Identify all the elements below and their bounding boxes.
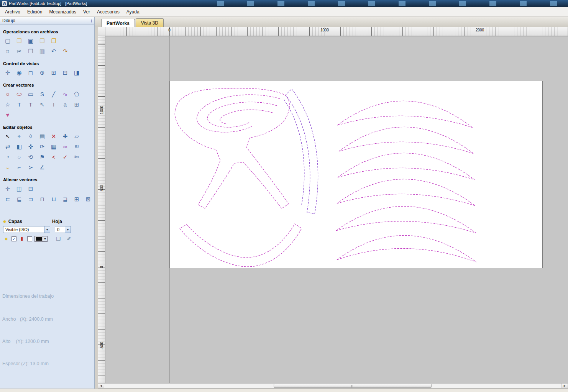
vector-crescent-2[interactable] bbox=[339, 127, 474, 154]
toggle-view-icon[interactable]: ◨ bbox=[72, 68, 82, 77]
chain-join-icon[interactable]: ∞ bbox=[60, 142, 70, 151]
fit-curves-icon[interactable]: ✓ bbox=[60, 152, 70, 161]
chevron-down-icon[interactable]: ▾ bbox=[65, 226, 71, 233]
move-objects-icon[interactable]: ✜ bbox=[26, 142, 36, 151]
scrollbar-track[interactable] bbox=[104, 384, 561, 388]
scroll-left-arrow-icon[interactable]: ◀ bbox=[98, 384, 104, 388]
layer-lock-icon[interactable]: ▮ bbox=[19, 236, 25, 242]
zoom-window-icon[interactable]: ◻ bbox=[26, 68, 36, 77]
vector-crescent-5[interactable] bbox=[336, 206, 476, 233]
new-file-icon[interactable]: ▢ bbox=[3, 36, 13, 45]
space-vertical-icon[interactable]: ⊠ bbox=[83, 194, 93, 203]
zoom-selection-icon[interactable]: ⊞ bbox=[49, 68, 59, 77]
zoom-scale-icon[interactable]: ⊟ bbox=[60, 68, 70, 77]
center-vertically-icon[interactable]: ⊟ bbox=[26, 184, 36, 193]
vector-arc-band[interactable] bbox=[286, 89, 318, 214]
menu-archivo[interactable]: Archivo bbox=[2, 7, 24, 16]
layer-secondary-checkbox[interactable] bbox=[27, 236, 32, 241]
node-editing-icon[interactable]: ⌖ bbox=[14, 131, 24, 141]
layer-visibility-bulb-icon[interactable]: ● bbox=[3, 236, 9, 242]
draw-star-icon[interactable]: ☆ bbox=[3, 100, 13, 109]
arc-segment-icon[interactable]: ⌐ bbox=[14, 162, 24, 172]
move-selection-icon[interactable]: ✚ bbox=[60, 131, 70, 141]
measure-icon[interactable]: ▤ bbox=[37, 131, 47, 141]
select-vectors-icon[interactable]: ↖ bbox=[3, 131, 13, 141]
layer-active-checkbox[interactable]: ✓ bbox=[11, 236, 16, 241]
job-setup-icon[interactable]: ⌗ bbox=[3, 46, 13, 56]
vector-crescent-1[interactable] bbox=[337, 101, 473, 128]
distort-icon[interactable]: ▱ bbox=[72, 131, 82, 141]
text-on-curve-icon[interactable]: a bbox=[60, 100, 70, 109]
array-copy-icon[interactable]: ⊞ bbox=[72, 100, 82, 109]
transform-mode-icon[interactable]: ◊ bbox=[26, 131, 36, 141]
misc-shape-tool-icon[interactable]: ♥ bbox=[3, 110, 13, 119]
draw-rectangle-icon[interactable]: ▭ bbox=[26, 89, 36, 98]
align-right-icon[interactable]: ⊐ bbox=[26, 194, 36, 203]
layer-properties-icon[interactable]: ❒ bbox=[55, 236, 61, 242]
center-in-material-icon[interactable]: ✛ bbox=[3, 184, 13, 193]
nesting-icon[interactable]: ≋ bbox=[72, 142, 82, 151]
paste-icon[interactable]: ▥ bbox=[37, 46, 47, 56]
vector-crescent-4[interactable] bbox=[337, 179, 475, 206]
text-spacing-icon[interactable]: I bbox=[49, 100, 59, 109]
rotate-copy-icon[interactable]: ⟲ bbox=[26, 152, 36, 161]
layers-bulb-icon[interactable]: ● bbox=[3, 218, 6, 224]
pin-icon[interactable]: ⊤ bbox=[88, 19, 93, 23]
scroll-right-arrow-icon[interactable]: ▶ bbox=[561, 384, 568, 388]
align-middle-icon[interactable]: ⊔ bbox=[49, 194, 59, 203]
menu-mecanizados[interactable]: Mecanizados bbox=[46, 7, 80, 16]
lasso-icon[interactable]: ◌ bbox=[14, 152, 24, 161]
layer-select[interactable]: Visible (ISO) ▾ bbox=[3, 226, 50, 233]
draw-line-icon[interactable]: ╱ bbox=[49, 89, 59, 98]
vector-crescent-6[interactable] bbox=[337, 235, 476, 262]
create-text-icon[interactable]: T bbox=[14, 100, 24, 109]
draw-ellipse-icon[interactable]: ⬭ bbox=[14, 89, 24, 98]
draw-curve-icon[interactable]: S bbox=[37, 89, 47, 98]
menu-accesorios[interactable]: Accesorios bbox=[94, 7, 123, 16]
layer-color-swatch[interactable]: ▾ bbox=[34, 236, 48, 242]
menu-ver[interactable]: Ver bbox=[80, 7, 94, 16]
weld-vectors-icon[interactable]: ◔ bbox=[3, 152, 13, 161]
zoom-interactive-icon[interactable]: ◉ bbox=[14, 68, 24, 77]
vector-crescent-3[interactable] bbox=[338, 153, 474, 180]
array-copy-grid-icon[interactable]: ▦ bbox=[49, 142, 59, 151]
flip-vectors-icon[interactable]: ◧ bbox=[14, 142, 24, 151]
rotate-objects-icon[interactable]: ⟳ bbox=[37, 142, 47, 151]
redo-icon[interactable]: ↷ bbox=[60, 46, 70, 56]
zoom-extents-icon[interactable]: ⊕ bbox=[37, 68, 47, 77]
export-vectors-icon[interactable]: ❐ bbox=[49, 36, 59, 45]
corner-tool-icon[interactable]: ≻ bbox=[26, 162, 36, 172]
polyline-fit-icon[interactable]: ∠ bbox=[37, 162, 47, 172]
scrollbar-thumb[interactable] bbox=[274, 384, 432, 388]
pan-view-icon[interactable]: ✛ bbox=[3, 68, 13, 77]
chevron-down-icon[interactable]: ▾ bbox=[44, 226, 50, 233]
space-horizontal-icon[interactable]: ⊞ bbox=[72, 194, 82, 203]
job-material-area[interactable] bbox=[169, 81, 543, 268]
save-file-icon[interactable]: ▣ bbox=[26, 36, 36, 45]
horizontal-scrollbar[interactable]: ◀ ▶ bbox=[98, 383, 568, 389]
vector-seat-outline[interactable] bbox=[175, 88, 289, 208]
center-horizontally-icon[interactable]: ◫ bbox=[14, 184, 24, 193]
text-box-icon[interactable]: T bbox=[26, 100, 36, 109]
vector-spiral-3[interactable] bbox=[220, 110, 273, 124]
undo-icon[interactable]: ↶ bbox=[49, 46, 59, 56]
flag-icon[interactable]: ⚑ bbox=[37, 152, 47, 161]
drawing-canvas[interactable] bbox=[105, 36, 568, 383]
select-text-icon[interactable]: ↖ bbox=[37, 100, 47, 109]
open-file-icon[interactable]: ❒ bbox=[14, 36, 24, 45]
draw-polygon-icon[interactable]: ⬠ bbox=[72, 89, 82, 98]
menu-ayuda[interactable]: Ayuda bbox=[123, 7, 143, 16]
align-left-icon[interactable]: ⊏ bbox=[3, 194, 13, 203]
extend-vectors-icon[interactable]: < bbox=[49, 152, 59, 161]
align-top-icon[interactable]: ⊓ bbox=[37, 194, 47, 203]
import-vectors-icon[interactable]: ❒ bbox=[37, 36, 47, 45]
menu-edicion[interactable]: Edición bbox=[24, 7, 46, 16]
sheet-select[interactable]: 0 ▾ bbox=[55, 226, 71, 233]
delete-icon[interactable]: ✕ bbox=[49, 131, 59, 141]
mirror-vectors-icon[interactable]: ⇄ bbox=[3, 142, 13, 151]
trim-vectors-icon[interactable]: ✄ bbox=[72, 152, 82, 161]
draw-circle-icon[interactable]: ○ bbox=[3, 89, 13, 98]
vector-spiral-1[interactable] bbox=[197, 95, 280, 132]
tab-vista-3d[interactable]: Vista 3D bbox=[136, 18, 164, 27]
align-center-h-icon[interactable]: ⊑ bbox=[14, 194, 24, 203]
